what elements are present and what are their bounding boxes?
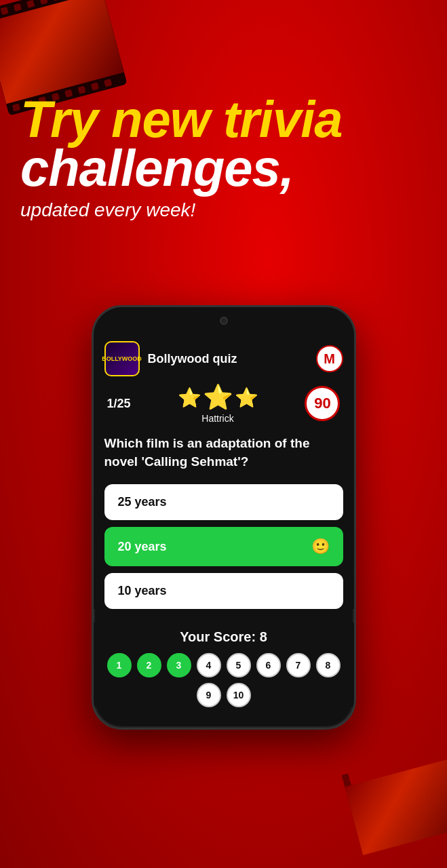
option-2[interactable]: 20 years 🙂 [104, 527, 343, 566]
stars-row: ⭐ ⭐ ⭐ [178, 383, 258, 412]
score-dot-1: 1 [107, 653, 132, 677]
option-2-emoji: 🙂 [311, 538, 330, 555]
question-number: 1/25 [107, 397, 131, 411]
score-dots: 1 2 3 4 5 6 7 8 9 10 [104, 653, 343, 707]
score-label: Your Score: 8 [104, 629, 343, 645]
score-dot-6: 6 [256, 653, 281, 677]
hattrick-label: Hattrick [201, 413, 233, 424]
option-3[interactable]: 10 years [104, 573, 343, 609]
app-icon: BOLLYWOOD [104, 341, 140, 376]
score-section: Your Score: 8 1 2 3 4 5 6 7 8 9 10 [94, 623, 354, 707]
option-1[interactable]: 25 years [104, 484, 343, 520]
phone-mockup: BOLLYWOOD Bollywood quiz M 1/25 ⭐ ⭐ ⭐ Ha… [92, 305, 356, 730]
quiz-content: 1/25 ⭐ ⭐ ⭐ Hattrick 90 Which film is an … [94, 383, 354, 609]
app-header: BOLLYWOOD Bollywood quiz M [94, 334, 354, 383]
quiz-meta: 1/25 ⭐ ⭐ ⭐ Hattrick 90 [104, 383, 343, 424]
camera-dot [220, 317, 228, 325]
headline-line1: Try new trivia [20, 95, 427, 144]
star-2-big: ⭐ [203, 383, 233, 412]
score-dot-4: 4 [197, 653, 221, 677]
option-1-text: 25 years [118, 495, 167, 509]
question-text: Which film is an adaptation of the novel… [104, 435, 343, 471]
option-3-text: 10 years [118, 584, 167, 598]
score-dot-5: 5 [227, 653, 251, 677]
headline-line2: challenges, [20, 144, 427, 193]
stars-section: ⭐ ⭐ ⭐ Hattrick [178, 383, 258, 424]
answer-options: 25 years 20 years 🙂 10 years [104, 484, 343, 609]
score-dot-3: 3 [167, 653, 191, 677]
headline-subtitle: updated every week! [20, 199, 427, 221]
star-3: ⭐ [235, 387, 258, 409]
score-dot-10: 10 [227, 683, 251, 707]
star-1: ⭐ [178, 387, 201, 409]
timer-circle: 90 [305, 386, 340, 421]
score-dot-2: 2 [137, 653, 161, 677]
phone-notch [94, 307, 354, 334]
user-avatar: M [316, 345, 343, 372]
score-dot-7: 7 [286, 653, 311, 677]
headline-section: Try new trivia challenges, updated every… [20, 95, 427, 221]
score-dot-9: 9 [197, 683, 221, 707]
option-2-text: 20 years [118, 540, 167, 554]
score-dot-8: 8 [316, 653, 341, 677]
phone-body: BOLLYWOOD Bollywood quiz M 1/25 ⭐ ⭐ ⭐ Ha… [92, 305, 356, 730]
app-title: Bollywood quiz [148, 352, 316, 366]
